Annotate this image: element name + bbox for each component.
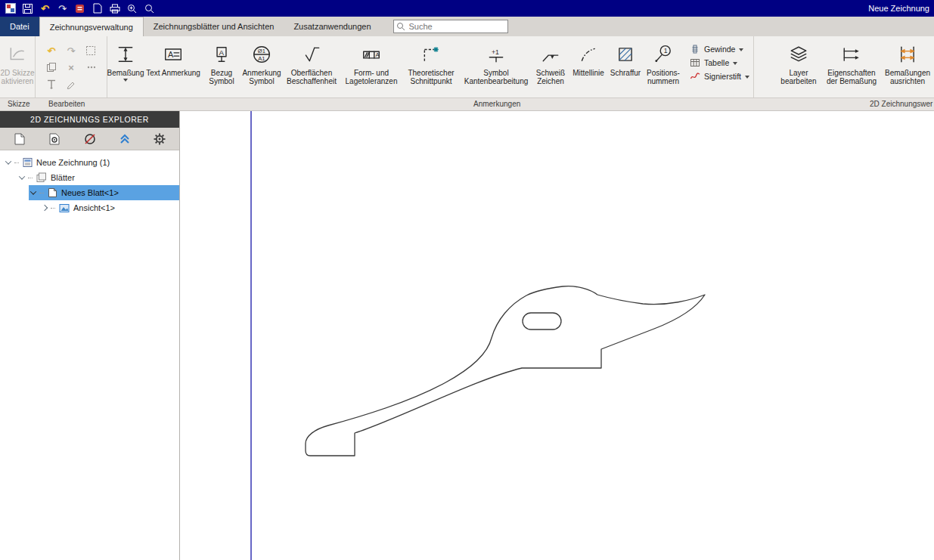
search-icon[interactable]	[144, 3, 155, 14]
group-label-skizze: Skizze	[8, 100, 29, 108]
ribbon-group-label-bar: Skizze Bearbeiten Anmerkungen 2D Zeichnu…	[0, 98, 934, 111]
drawing-canvas[interactable]	[180, 111, 934, 560]
export-red-icon[interactable]	[74, 3, 85, 14]
activate-2d-sketch-button[interactable]: 2D Skizze aktivieren	[0, 39, 34, 97]
layers-icon	[789, 42, 808, 67]
theoretical-intersection-icon	[421, 42, 441, 67]
drawing-doc-icon	[23, 157, 33, 168]
centerline-icon	[579, 42, 598, 67]
tree-item-blaetter[interactable]: Blätter	[0, 170, 179, 185]
dimension-icon	[116, 42, 135, 67]
feature-control-frame-icon: A	[361, 42, 381, 67]
marker-pen-icon	[690, 71, 700, 82]
print-icon[interactable]	[109, 3, 120, 14]
settings-gear-icon[interactable]	[150, 130, 169, 148]
search-input[interactable]	[393, 20, 508, 33]
align-dimensions-icon	[898, 42, 917, 67]
schraffur-button[interactable]: Schraffur	[608, 39, 643, 97]
eigenschaften-der-bemassung-button[interactable]: Eigenschaften der Bemaßung	[822, 39, 881, 97]
search-icon	[396, 22, 405, 31]
delete-tool-button[interactable]: ×	[61, 59, 81, 76]
positionsnummern-button[interactable]: 1 Positions- nummern	[643, 39, 684, 97]
datum-symbol-icon: A	[212, 42, 231, 67]
collapse-all-icon[interactable]	[116, 130, 134, 148]
tree-item-label: Ansicht<1>	[73, 203, 115, 212]
tree-item-neues-blatt[interactable]: Neues Blatt<1>	[29, 185, 179, 200]
weld-symbol-icon	[541, 42, 560, 67]
chevron-down-icon[interactable]	[5, 158, 11, 164]
surface-finish-icon	[302, 42, 321, 67]
gewinde-dropdown[interactable]: Gewinde	[690, 44, 747, 54]
signierstift-dropdown[interactable]: Signierstift	[690, 71, 747, 82]
undo-button[interactable]: ↶	[42, 42, 61, 59]
zoom-in-icon[interactable]	[126, 3, 138, 14]
ribbon-group-2d-zeichnungswerkzeuge: Layer bearbeiten Eigenschaften der Bemaß…	[775, 36, 934, 97]
redo-button[interactable]: ↷	[61, 42, 81, 59]
chevron-down-icon[interactable]	[19, 173, 25, 179]
text-tool-button[interactable]	[42, 76, 61, 92]
diameter-icon[interactable]	[81, 130, 99, 148]
ribbon-group-bearbeiten: ↶ ↷ ×	[36, 36, 107, 97]
chevron-right-icon[interactable]	[42, 205, 48, 211]
tabelle-dropdown[interactable]: Tabelle	[690, 57, 747, 68]
ribbon-tab-row: Datei Zeichnungsverwaltung Zeichnungsblä…	[0, 17, 934, 36]
ribbon-group-anmerkungen: Bemaßung A Text Anmerkung A Bezug Symbol…	[107, 36, 754, 97]
tree-item-label: Blätter	[51, 173, 75, 182]
app-icon[interactable]	[5, 3, 16, 14]
ribbon-group-skizze: 2D Skizze aktivieren	[0, 36, 36, 97]
profile-slot-hole[interactable]	[523, 313, 561, 330]
tree-item-label: Neues Blatt<1>	[61, 188, 119, 197]
balloon-number-icon: 1	[653, 42, 673, 67]
tab-zeichnungsverwaltung[interactable]: Zeichnungsverwaltung	[39, 17, 144, 36]
table-icon	[690, 57, 700, 68]
grip-tool-button[interactable]	[81, 59, 101, 76]
bezug-symbol-button[interactable]: A Bezug Symbol	[203, 39, 240, 97]
dropdown-caret-icon	[739, 48, 743, 51]
view-icon	[59, 203, 70, 213]
layer-bearbeiten-button[interactable]: Layer bearbeiten	[775, 39, 822, 97]
chevron-down-icon[interactable]	[30, 188, 36, 194]
tree-item-label: Neue Zeichnung (1)	[36, 158, 110, 167]
svg-text:Ø1: Ø1	[258, 48, 265, 54]
profile-outline[interactable]	[306, 286, 705, 456]
window-title: Neue Zeichnung	[868, 4, 929, 13]
copy-tool-button[interactable]	[42, 59, 61, 76]
ribbon: 2D Skizze aktivieren ↶ ↷ ×	[0, 36, 934, 98]
mittellinie-button[interactable]: Mittellinie	[569, 39, 608, 97]
anmerkung-symbol-button[interactable]: Ø1A1 Anmerkung Symbol	[240, 39, 283, 97]
dropdown-caret-icon	[123, 79, 128, 82]
tree-item-ansicht[interactable]: Ansicht<1>	[0, 200, 179, 215]
dropdown-caret-icon	[733, 62, 737, 65]
schweiss-zeichen-button[interactable]: Schweiß Zeichen	[532, 39, 569, 97]
sheet-doc-icon	[48, 187, 57, 198]
redo-icon[interactable]: ↷	[57, 3, 68, 14]
symbol-kantenbearbeitung-button[interactable]: +1 Symbol Kantenbearbeitung	[460, 39, 532, 97]
form-lagetoleranzen-button[interactable]: A Form- und Lagetoleranzen	[340, 39, 402, 97]
drawing-explorer-panel: 2D ZEICHNUNGS EXPLORER	[0, 111, 180, 560]
theoretischer-schnittpunkt-button[interactable]: Theoretischer Schnittpunkt	[402, 39, 460, 97]
group-label-2d-zeichnungswerkzeuge: 2D Zeichnungswer	[870, 100, 932, 108]
tab-zeichnungsblaetter-und-ansichten[interactable]: Zeichnungsblätter und Ansichten	[144, 17, 284, 36]
text-anmerkung-button[interactable]: A Text Anmerkung	[144, 39, 203, 97]
undo-icon[interactable]: ↶	[39, 3, 51, 14]
oberflaechen-beschaffenheit-button[interactable]: Oberflächen Beschaffenheit	[283, 39, 340, 97]
titlebar-quick-access: ↶ ↷	[5, 3, 155, 14]
sheet-settings-icon[interactable]	[45, 130, 64, 148]
sheet-icon[interactable]	[11, 130, 29, 148]
tab-zusatzanwendungen[interactable]: Zusatzanwendungen	[284, 17, 380, 36]
thread-icon	[690, 44, 700, 54]
title-bar: ↶ ↷ Neue Zeichnung	[0, 0, 934, 17]
select-tool-button[interactable]	[81, 42, 101, 59]
bemassungen-ausrichten-button[interactable]: Bemaßungen ausrichten	[881, 39, 934, 97]
bemassung-button[interactable]: Bemaßung	[107, 39, 144, 97]
svg-text:+1: +1	[492, 48, 499, 56]
edit-tool-button[interactable]	[61, 76, 81, 92]
sheets-folder-icon	[36, 172, 47, 183]
document-icon[interactable]	[92, 3, 103, 14]
svg-text:A: A	[219, 48, 225, 57]
tree-item-drawing[interactable]: Neue Zeichnung (1)	[0, 155, 179, 170]
save-icon[interactable]	[22, 3, 33, 14]
dimension-properties-icon	[842, 42, 861, 67]
tab-datei[interactable]: Datei	[0, 17, 39, 36]
svg-text:1: 1	[664, 47, 668, 54]
